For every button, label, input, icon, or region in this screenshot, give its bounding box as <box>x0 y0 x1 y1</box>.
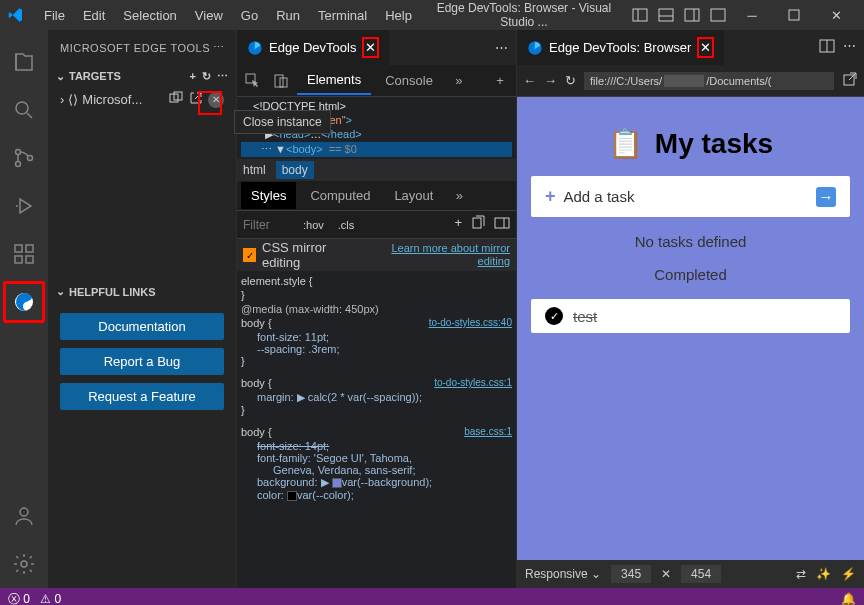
layout-icon-2[interactable] <box>654 3 678 27</box>
code-icon: ⟨⟩ <box>68 92 78 107</box>
editor-more-icon[interactable]: ⋯ <box>495 40 508 55</box>
add-tab-icon[interactable]: + <box>488 69 512 93</box>
styles-tab[interactable]: Styles <box>241 182 296 209</box>
menu-file[interactable]: File <box>36 4 73 27</box>
tooltip: Close instance <box>234 110 331 134</box>
sidebar-more-icon[interactable]: ⋯ <box>213 41 225 54</box>
network-icon[interactable]: ⚡ <box>841 567 856 581</box>
toggle-panel-icon[interactable] <box>494 215 510 234</box>
layout-tab[interactable]: Layout <box>384 182 443 209</box>
device-icon[interactable] <box>269 69 293 93</box>
vscode-logo-icon <box>8 7 24 23</box>
filter-input[interactable] <box>243 218 293 232</box>
svg-point-8 <box>16 102 28 114</box>
forward-icon[interactable]: → <box>544 73 557 88</box>
notifications-icon[interactable]: 🔔 <box>841 592 856 605</box>
edge-tools-icon[interactable] <box>3 281 45 323</box>
settings-gear-icon[interactable] <box>0 540 48 588</box>
sidebar: MICROSOFT EDGE TOOLS ⋯ ⌄ TARGETS + ↻ ⋯ ›… <box>48 30 236 588</box>
mirror-checkbox[interactable]: ✓ <box>243 248 256 262</box>
menu-edit[interactable]: Edit <box>75 4 113 27</box>
more-styles-icon[interactable]: » <box>447 184 471 208</box>
close-tab-icon[interactable]: ✕ <box>362 37 379 58</box>
svg-rect-16 <box>26 256 33 263</box>
computed-tab[interactable]: Computed <box>300 182 380 209</box>
layout-icon-3[interactable] <box>680 3 704 27</box>
svg-rect-6 <box>711 9 725 21</box>
debug-icon[interactable] <box>0 182 48 230</box>
url-bar[interactable]: file:///C:/Users//Documents/( <box>584 72 834 90</box>
minimize-button[interactable]: ─ <box>732 0 772 30</box>
send-icon[interactable]: → <box>816 187 836 207</box>
css-pane[interactable]: element.style { } @media (max-width: 450… <box>237 271 516 588</box>
breadcrumb-html[interactable]: html <box>243 163 266 177</box>
screenshot-icon[interactable]: ✨ <box>816 567 831 581</box>
new-style-icon[interactable]: + <box>454 215 462 234</box>
window-title: Edge DevTools: Browser - Visual Studio .… <box>420 1 628 29</box>
svg-rect-0 <box>633 9 647 21</box>
errors-icon[interactable]: ⓧ 0 <box>8 591 30 606</box>
chevron-down-icon: ⌄ <box>56 70 65 83</box>
completed-task-item[interactable]: ✓ test <box>531 299 850 333</box>
explorer-icon[interactable] <box>0 38 48 86</box>
css-link-2[interactable]: to-do-styles.css:1 <box>434 377 512 388</box>
target-row[interactable]: › ⟨⟩ Microsof... ✕ <box>48 87 236 112</box>
copy-styles-icon[interactable] <box>470 215 486 234</box>
menu-view[interactable]: View <box>187 4 231 27</box>
dimension-separator: ✕ <box>661 567 671 581</box>
back-icon[interactable]: ← <box>523 73 536 88</box>
window-close-button[interactable]: ✕ <box>816 0 856 30</box>
plus-icon: + <box>545 186 556 207</box>
breadcrumb-body[interactable]: body <box>276 161 314 179</box>
search-icon[interactable] <box>0 86 48 134</box>
menu-help[interactable]: Help <box>377 4 420 27</box>
elements-tab[interactable]: Elements <box>297 66 371 95</box>
refresh-targets-icon[interactable]: ↻ <box>202 70 211 83</box>
svg-point-20 <box>21 561 27 567</box>
add-task-input[interactable]: + Add a task → <box>531 176 850 217</box>
layout-icon-1[interactable] <box>628 3 652 27</box>
warnings-icon[interactable]: ⚠ 0 <box>40 592 61 605</box>
responsive-dropdown[interactable]: Responsive ⌄ <box>525 567 601 581</box>
rotate-icon[interactable]: ⇄ <box>796 567 806 581</box>
open-external-icon[interactable] <box>842 71 858 90</box>
cls-button[interactable]: .cls <box>334 217 359 233</box>
source-control-icon[interactable] <box>0 134 48 182</box>
console-tab[interactable]: Console <box>375 67 443 94</box>
hov-button[interactable]: :hov <box>299 217 328 233</box>
split-editor-icon[interactable] <box>819 38 835 57</box>
menu-selection[interactable]: Selection <box>115 4 184 27</box>
browser-more-icon[interactable]: ⋯ <box>843 38 856 57</box>
browser-tab[interactable]: Edge DevTools: Browser ✕ <box>517 30 725 65</box>
documentation-button[interactable]: Documentation <box>60 313 224 340</box>
request-feature-button[interactable]: Request a Feature <box>60 383 224 410</box>
report-bug-button[interactable]: Report a Bug <box>60 348 224 375</box>
check-icon[interactable]: ✓ <box>545 307 563 325</box>
close-browser-tab-icon[interactable]: ✕ <box>697 37 714 58</box>
menu-go[interactable]: Go <box>233 4 266 27</box>
maximize-button[interactable] <box>774 0 814 30</box>
height-input[interactable]: 454 <box>681 565 721 583</box>
layout-icon-4[interactable] <box>706 3 730 27</box>
mirror-link[interactable]: Learn more about mirror editing <box>367 242 510 268</box>
open-external-icon[interactable] <box>168 90 184 109</box>
devtools-tab[interactable]: Edge DevTools ✕ <box>237 30 390 65</box>
inspect-icon[interactable] <box>241 69 265 93</box>
css-link-1[interactable]: to-do-styles.css:40 <box>429 317 512 328</box>
extensions-icon[interactable] <box>0 230 48 278</box>
svg-rect-4 <box>685 9 699 21</box>
helpful-links-header[interactable]: ⌄ HELPFUL LINKS <box>48 281 236 303</box>
targets-section-header[interactable]: ⌄ TARGETS + ↻ ⋯ <box>48 65 236 87</box>
reload-icon[interactable]: ↻ <box>565 73 576 88</box>
width-input[interactable]: 345 <box>611 565 651 583</box>
chevron-down-icon: ⌄ <box>56 285 65 298</box>
dom-breadcrumb[interactable]: html body <box>237 159 516 181</box>
targets-more-icon[interactable]: ⋯ <box>217 70 228 83</box>
css-link-3[interactable]: base.css:1 <box>464 426 512 437</box>
add-target-icon[interactable]: + <box>190 70 196 83</box>
account-icon[interactable] <box>0 492 48 540</box>
more-tabs-icon[interactable]: » <box>447 69 471 93</box>
menu-run[interactable]: Run <box>268 4 308 27</box>
menu-terminal[interactable]: Terminal <box>310 4 375 27</box>
svg-rect-27 <box>473 218 481 228</box>
